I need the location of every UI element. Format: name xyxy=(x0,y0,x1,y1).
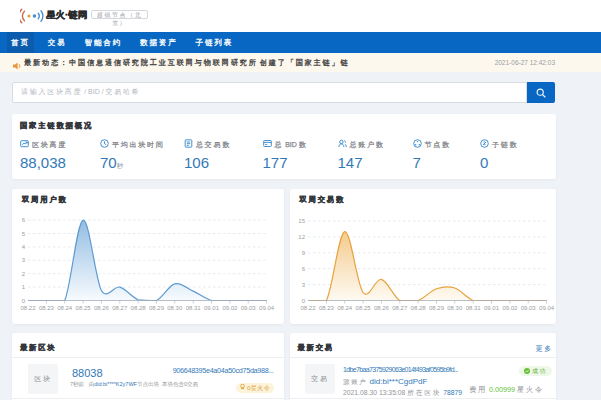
svg-text:08.25: 08.25 xyxy=(76,304,92,310)
svg-text:3: 3 xyxy=(22,257,26,263)
svg-text:08.25: 08.25 xyxy=(355,304,371,310)
svg-text:09.03: 09.03 xyxy=(520,304,536,310)
svg-text:09.01: 09.01 xyxy=(483,304,499,310)
svg-text:08.24: 08.24 xyxy=(337,304,353,310)
svg-text:08.24: 08.24 xyxy=(57,304,73,310)
svg-text:09.02: 09.02 xyxy=(222,304,238,310)
svg-text:08.22: 08.22 xyxy=(300,304,316,310)
svg-text:0: 0 xyxy=(22,297,26,303)
svg-text:08.27: 08.27 xyxy=(392,304,408,310)
svg-text:4: 4 xyxy=(22,243,26,249)
svg-text:09.04: 09.04 xyxy=(539,304,555,310)
svg-text:08.26: 08.26 xyxy=(94,304,110,310)
svg-text:6: 6 xyxy=(22,217,26,223)
svg-text:09.01: 09.01 xyxy=(204,304,220,310)
svg-text:09.02: 09.02 xyxy=(502,304,518,310)
svg-text:09.03: 09.03 xyxy=(241,304,257,310)
svg-text:08.23: 08.23 xyxy=(318,304,334,310)
svg-text:3: 3 xyxy=(301,281,305,287)
svg-text:08.26: 08.26 xyxy=(373,304,389,310)
svg-text:08.28: 08.28 xyxy=(410,304,426,310)
svg-text:08.29: 08.29 xyxy=(149,304,165,310)
svg-text:08.22: 08.22 xyxy=(20,304,36,310)
svg-text:15: 15 xyxy=(298,218,305,224)
svg-text:08.30: 08.30 xyxy=(447,304,463,310)
svg-text:2: 2 xyxy=(22,270,26,276)
svg-text:09.04: 09.04 xyxy=(259,304,275,310)
svg-text:12: 12 xyxy=(298,233,305,239)
svg-text:08.29: 08.29 xyxy=(428,304,444,310)
svg-text:9: 9 xyxy=(301,249,305,255)
svg-text:0: 0 xyxy=(301,297,305,303)
svg-text:6: 6 xyxy=(301,265,305,271)
svg-text:1: 1 xyxy=(22,284,26,290)
svg-text:5: 5 xyxy=(22,230,26,236)
svg-text:08.31: 08.31 xyxy=(465,304,481,310)
svg-text:08.27: 08.27 xyxy=(112,304,128,310)
svg-text:08.28: 08.28 xyxy=(131,304,147,310)
svg-text:08.31: 08.31 xyxy=(186,304,202,310)
svg-text:08.30: 08.30 xyxy=(167,304,183,310)
svg-text:08.23: 08.23 xyxy=(39,304,55,310)
